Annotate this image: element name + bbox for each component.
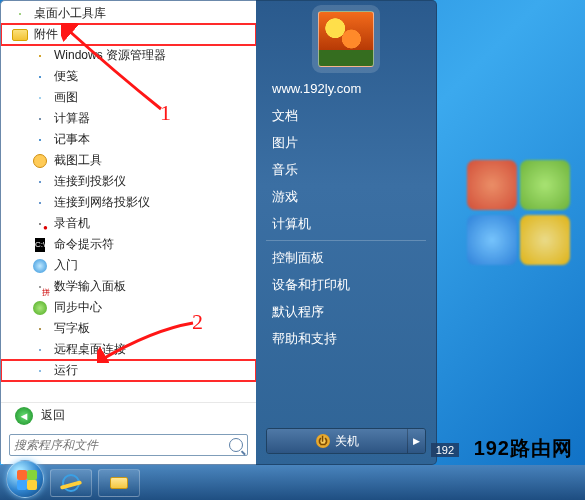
program-label: 附件 xyxy=(34,26,58,43)
rp-link-a-1[interactable]: 图片 xyxy=(256,129,436,156)
program-label: 截图工具 xyxy=(54,152,102,169)
search-box[interactable] xyxy=(9,434,248,456)
program-label: 写字板 xyxy=(54,320,90,337)
program-item-notepad[interactable]: 记事本 xyxy=(1,129,256,150)
program-label: Windows 资源管理器 xyxy=(54,47,166,64)
notepad-icon xyxy=(31,131,49,149)
search-icon xyxy=(229,438,243,452)
back-button[interactable]: ◄ 返回 xyxy=(1,402,256,428)
sync-icon xyxy=(31,299,49,317)
program-label: 命令提示符 xyxy=(54,236,114,253)
intro-icon xyxy=(31,257,49,275)
program-item-tablet[interactable]: 写字板 xyxy=(1,318,256,339)
program-item-netproj[interactable]: 连接到网络投影仪 xyxy=(1,192,256,213)
start-menu-left-pane: 桌面小工具库附件Windows 资源管理器便笺画图计算器记事本截图工具连接到投影… xyxy=(0,0,256,465)
username-link[interactable]: www.192ly.com xyxy=(256,75,436,102)
sticky-icon xyxy=(31,68,49,86)
program-label: 桌面小工具库 xyxy=(34,5,106,22)
program-item-accessories[interactable]: 附件 xyxy=(1,24,256,45)
program-label: 同步中心 xyxy=(54,299,102,316)
program-item-intro[interactable]: 入门 xyxy=(1,255,256,276)
program-item-explorer[interactable]: Windows 资源管理器 xyxy=(1,45,256,66)
proj-icon xyxy=(31,173,49,191)
taskbar-ie-button[interactable] xyxy=(50,469,92,497)
program-label: 画图 xyxy=(54,89,78,106)
search-input[interactable] xyxy=(14,438,229,452)
rp-link-a-0[interactable]: 文档 xyxy=(256,102,436,129)
user-avatar[interactable] xyxy=(318,11,374,67)
right-pane-list: www.192ly.com 文档图片音乐游戏计算机 控制面板设备和打印机默认程序… xyxy=(256,71,436,422)
shutdown-options-arrow[interactable]: ▶ xyxy=(407,429,425,453)
ime-icon xyxy=(31,278,49,296)
rp-link-a-2[interactable]: 音乐 xyxy=(256,156,436,183)
paint-icon xyxy=(31,89,49,107)
rdp-icon xyxy=(31,341,49,359)
wallpaper-windows-logo xyxy=(455,160,575,280)
rp-link-b-1[interactable]: 设备和打印机 xyxy=(256,271,436,298)
sndrec-icon xyxy=(31,215,49,233)
watermark-text: 192路由网 xyxy=(474,435,573,462)
program-list[interactable]: 桌面小工具库附件Windows 资源管理器便笺画图计算器记事本截图工具连接到投影… xyxy=(1,1,256,398)
tablet-icon xyxy=(31,320,49,338)
separator xyxy=(266,240,426,241)
accessories-icon xyxy=(11,26,29,44)
back-arrow-icon: ◄ xyxy=(15,407,33,425)
rp-link-a-4[interactable]: 计算机 xyxy=(256,210,436,237)
netproj-icon xyxy=(31,194,49,212)
program-label: 运行 xyxy=(54,362,78,379)
taskbar-explorer-button[interactable] xyxy=(98,469,140,497)
search-row xyxy=(1,428,256,464)
rp-link-a-3[interactable]: 游戏 xyxy=(256,183,436,210)
program-item-cmd[interactable]: C:\命令提示符 xyxy=(1,234,256,255)
program-item-proj[interactable]: 连接到投影仪 xyxy=(1,171,256,192)
program-label: 入门 xyxy=(54,257,78,274)
tray-tooltip: 192 xyxy=(431,443,459,457)
program-label: 数学输入面板 xyxy=(54,278,126,295)
program-item-calc[interactable]: 计算器 xyxy=(1,108,256,129)
taskbar xyxy=(0,465,585,500)
cmd-icon: C:\ xyxy=(31,236,49,254)
program-item-paint[interactable]: 画图 xyxy=(1,87,256,108)
program-label: 录音机 xyxy=(54,215,90,232)
snip-icon xyxy=(31,152,49,170)
start-button[interactable] xyxy=(6,460,44,498)
run-icon xyxy=(31,362,49,380)
rp-link-b-2[interactable]: 默认程序 xyxy=(256,298,436,325)
gadgets-icon xyxy=(11,5,29,23)
program-label: 记事本 xyxy=(54,131,90,148)
calc-icon xyxy=(31,110,49,128)
program-label: 连接到网络投影仪 xyxy=(54,194,150,211)
program-item-sync[interactable]: 同步中心 xyxy=(1,297,256,318)
start-menu: 桌面小工具库附件Windows 资源管理器便笺画图计算器记事本截图工具连接到投影… xyxy=(0,0,437,465)
program-item-sticky[interactable]: 便笺 xyxy=(1,66,256,87)
program-item-run[interactable]: 运行 xyxy=(1,360,256,381)
program-label: 便笺 xyxy=(54,68,78,85)
shutdown-label: 关机 xyxy=(335,433,359,450)
program-item-ime[interactable]: 数学输入面板 xyxy=(1,276,256,297)
shutdown-button-group: ⏻ 关机 ▶ xyxy=(266,428,426,454)
program-label: 计算器 xyxy=(54,110,90,127)
program-item-snip[interactable]: 截图工具 xyxy=(1,150,256,171)
explorer-icon xyxy=(31,47,49,65)
program-item-sndrec[interactable]: 录音机 xyxy=(1,213,256,234)
ie-icon xyxy=(62,474,80,492)
back-label: 返回 xyxy=(41,407,65,424)
program-item-rdp[interactable]: 远程桌面连接 xyxy=(1,339,256,360)
shutdown-button[interactable]: ⏻ 关机 xyxy=(267,429,407,453)
program-label: 连接到投影仪 xyxy=(54,173,126,190)
rp-link-b-3[interactable]: 帮助和支持 xyxy=(256,325,436,352)
folder-icon xyxy=(110,477,128,489)
start-menu-right-pane: www.192ly.com 文档图片音乐游戏计算机 控制面板设备和打印机默认程序… xyxy=(256,0,437,465)
rp-link-b-0[interactable]: 控制面板 xyxy=(256,244,436,271)
program-label: 远程桌面连接 xyxy=(54,341,126,358)
power-icon: ⏻ xyxy=(316,434,330,448)
program-item-gadgets[interactable]: 桌面小工具库 xyxy=(1,3,256,24)
